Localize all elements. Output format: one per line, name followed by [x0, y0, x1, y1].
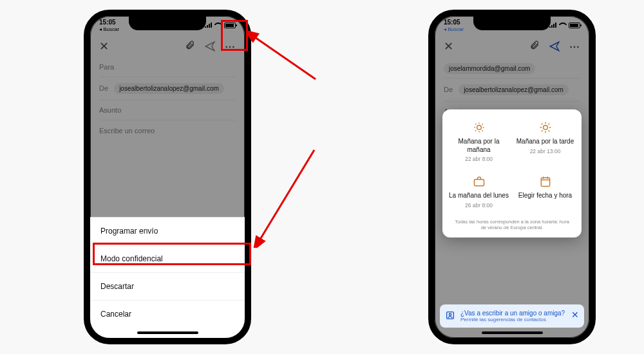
- svg-point-2: [477, 126, 481, 130]
- home-indicator: [90, 328, 245, 338]
- schedule-option-tomorrow-morning[interactable]: Mañana por la mañana 22 abr 8:00: [448, 118, 510, 165]
- schedule-option-tomorrow-afternoon[interactable]: Mañana por la tarde 22 abr 13:00: [514, 118, 576, 165]
- compose-action-sheet: Programar envío Modo confidencial Descar…: [90, 217, 245, 338]
- opt-sub: 22 abr 8:00: [449, 156, 509, 162]
- svg-line-0: [253, 36, 316, 79]
- schedule-option-monday-morning[interactable]: La mañana del lunes 26 abr 8:00: [448, 172, 510, 211]
- opt-sub: 26 abr 8:00: [449, 202, 509, 209]
- home-indicator-wrap: [435, 328, 589, 338]
- briefcase-icon: [473, 175, 486, 188]
- opt-title: La mañana del lunes: [449, 192, 509, 200]
- contacts-icon: [445, 310, 455, 322]
- action-schedule-send[interactable]: Programar envío: [90, 218, 245, 245]
- schedule-option-pick-datetime[interactable]: Elegir fecha y hora: [514, 172, 576, 211]
- banner-close-icon[interactable]: ✕: [571, 310, 579, 320]
- phone-schedule-picker: 15:05 ◂ Buscar ✕ ⋯ joselammord: [428, 10, 596, 344]
- annotation-highlight-more: [221, 20, 248, 51]
- svg-rect-4: [474, 180, 484, 186]
- opt-title: Mañana por la mañana: [449, 138, 509, 154]
- calendar-icon: [539, 175, 552, 188]
- opt-title: Elegir fecha y hora: [515, 192, 575, 200]
- sunrise-icon: [473, 121, 486, 134]
- action-discard[interactable]: Descartar: [90, 273, 245, 301]
- schedule-send-card: Mañana por la mañana 22 abr 8:00 Mañana …: [442, 109, 582, 238]
- phone-notch: [129, 16, 206, 30]
- annotation-highlight-schedule: [93, 243, 251, 265]
- svg-line-1: [259, 150, 314, 241]
- action-cancel[interactable]: Cancelar: [90, 301, 245, 328]
- sun-icon: [539, 121, 552, 134]
- phone-compose-menu: 15:05 ◂ Buscar ✕ ⋯ Para: [84, 10, 251, 344]
- opt-title: Mañana por la tarde: [515, 138, 575, 146]
- opt-sub: 22 abr 13:00: [515, 148, 575, 154]
- schedule-timezone-note: Todas las horas corresponden a la zona h…: [448, 219, 576, 232]
- banner-title: ¿Vas a escribir a un amigo o amiga?: [460, 310, 566, 317]
- phone-notch: [473, 16, 551, 30]
- svg-rect-5: [541, 178, 549, 186]
- contact-suggestion-banner[interactable]: ¿Vas a escribir a un amigo o amiga? Perm…: [440, 304, 584, 328]
- annotation-arrow-bottom: [251, 145, 319, 248]
- svg-point-3: [543, 126, 547, 130]
- home-indicator: [435, 328, 589, 338]
- svg-point-7: [449, 313, 451, 315]
- annotation-arrow-top: [248, 31, 319, 89]
- banner-sub: Permite las sugerencias de contactos: [460, 317, 566, 322]
